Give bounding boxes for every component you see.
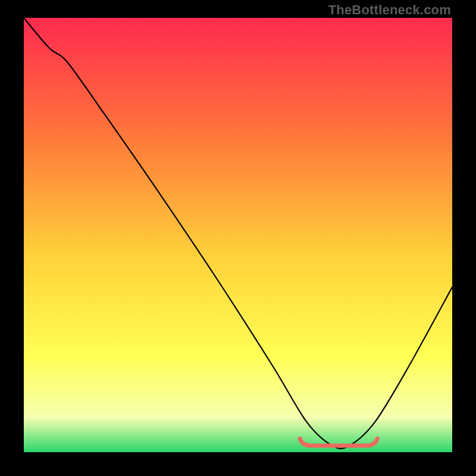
optimal-range-marker <box>300 439 377 446</box>
outer-frame: TheBottleneck.com <box>0 0 476 476</box>
plot-area <box>24 18 452 452</box>
bottleneck-curve <box>24 18 452 449</box>
chart-svg <box>24 18 452 452</box>
watermark-text: TheBottleneck.com <box>328 2 451 18</box>
